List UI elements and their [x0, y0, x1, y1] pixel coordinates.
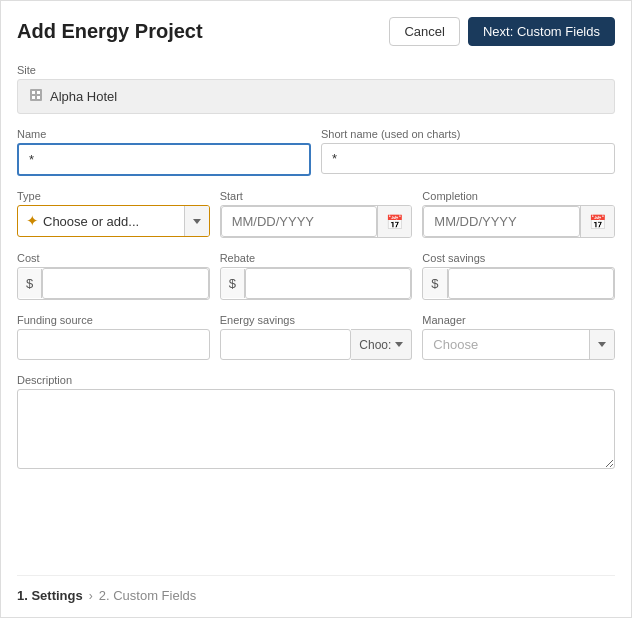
cost-wrapper: $: [17, 267, 210, 300]
type-label: Type: [17, 190, 210, 202]
cost-savings-label: Cost savings: [422, 252, 615, 264]
funding-source-label: Funding source: [17, 314, 210, 326]
name-group: Name: [17, 128, 311, 176]
rebate-label: Rebate: [220, 252, 413, 264]
svg-rect-3: [32, 96, 35, 99]
cost-row: Cost $ Rebate $ Cost savings $: [17, 252, 615, 300]
start-date-input[interactable]: [221, 206, 378, 237]
site-value: Alpha Hotel: [17, 79, 615, 114]
start-label: Start: [220, 190, 413, 202]
type-select-inner: ✦ Choose or add...: [18, 206, 184, 236]
type-placeholder: Choose or add...: [43, 214, 139, 229]
site-section: Site Alpha Hotel: [17, 64, 615, 114]
completion-label: Completion: [422, 190, 615, 202]
chevron-down-icon: [598, 342, 606, 347]
chevron-down-icon: [395, 342, 403, 347]
site-name: Alpha Hotel: [50, 89, 117, 104]
energy-savings-wrapper: Choo:: [220, 329, 413, 360]
completion-calendar-button[interactable]: 📅: [580, 206, 614, 237]
completion-date-wrapper: 📅: [422, 205, 615, 238]
manager-dropdown-button[interactable]: [589, 330, 614, 359]
short-name-group: Short name (used on charts): [321, 128, 615, 176]
energy-unit-dropdown[interactable]: Choo:: [351, 329, 412, 360]
energy-savings-label: Energy savings: [220, 314, 413, 326]
breadcrumb-step-2: 2. Custom Fields: [99, 588, 197, 603]
page-title: Add Energy Project: [17, 20, 203, 43]
next-button[interactable]: Next: Custom Fields: [468, 17, 615, 46]
cost-prefix: $: [18, 269, 42, 298]
page-header: Add Energy Project Cancel Next: Custom F…: [17, 17, 615, 46]
breadcrumb: 1. Settings › 2. Custom Fields: [17, 575, 615, 617]
site-label: Site: [17, 64, 615, 76]
cost-group: Cost $: [17, 252, 210, 300]
rebate-group: Rebate $: [220, 252, 413, 300]
svg-rect-4: [37, 96, 40, 99]
cost-savings-input[interactable]: [448, 268, 614, 299]
completion-group: Completion 📅: [422, 190, 615, 238]
manager-placeholder: Choose: [423, 330, 589, 359]
name-input[interactable]: [17, 143, 311, 176]
type-group: Type ✦ Choose or add...: [17, 190, 210, 238]
svg-rect-1: [32, 91, 35, 94]
energy-unit-placeholder: Choo:: [359, 338, 391, 352]
chevron-down-icon: [193, 219, 201, 224]
start-date-wrapper: 📅: [220, 205, 413, 238]
type-dropdown-button[interactable]: [184, 206, 209, 236]
cost-savings-prefix: $: [423, 269, 447, 298]
calendar-icon: 📅: [386, 214, 403, 230]
calendar-icon: 📅: [589, 214, 606, 230]
funding-source-group: Funding source: [17, 314, 210, 360]
cost-savings-wrapper: $: [422, 267, 615, 300]
manager-select-wrapper[interactable]: Choose: [422, 329, 615, 360]
manager-group: Manager Choose: [422, 314, 615, 360]
building-icon: [28, 87, 44, 106]
start-calendar-button[interactable]: 📅: [377, 206, 411, 237]
breadcrumb-chevron-icon: ›: [89, 589, 93, 603]
name-label: Name: [17, 128, 311, 140]
completion-date-input[interactable]: [423, 206, 580, 237]
rebate-prefix: $: [221, 269, 245, 298]
rebate-wrapper: $: [220, 267, 413, 300]
funding-row: Funding source Energy savings Choo: Mana…: [17, 314, 615, 360]
cost-savings-group: Cost savings $: [422, 252, 615, 300]
description-group: Description: [17, 374, 615, 561]
energy-savings-input[interactable]: [220, 329, 352, 360]
cancel-button[interactable]: Cancel: [389, 17, 459, 46]
short-name-input[interactable]: [321, 143, 615, 174]
type-required-star: ✦: [26, 212, 39, 230]
rebate-input[interactable]: [245, 268, 411, 299]
cost-label: Cost: [17, 252, 210, 264]
start-group: Start 📅: [220, 190, 413, 238]
type-start-completion-row: Type ✦ Choose or add... Start 📅 Com: [17, 190, 615, 238]
energy-savings-group: Energy savings Choo:: [220, 314, 413, 360]
breadcrumb-step-1: 1. Settings: [17, 588, 83, 603]
funding-source-input[interactable]: [17, 329, 210, 360]
manager-label: Manager: [422, 314, 615, 326]
svg-rect-0: [30, 89, 42, 101]
description-textarea[interactable]: [17, 389, 615, 469]
description-label: Description: [17, 374, 615, 386]
short-name-label: Short name (used on charts): [321, 128, 615, 140]
header-actions: Cancel Next: Custom Fields: [389, 17, 615, 46]
name-row: Name Short name (used on charts): [17, 128, 615, 176]
svg-rect-2: [37, 91, 40, 94]
type-select-wrapper[interactable]: ✦ Choose or add...: [17, 205, 210, 237]
cost-input[interactable]: [42, 268, 208, 299]
